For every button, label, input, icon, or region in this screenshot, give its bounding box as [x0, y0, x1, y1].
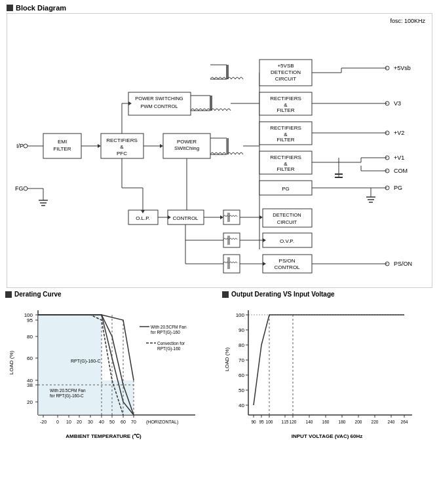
xlabel-60: 60: [121, 420, 126, 424]
fg-circle: [24, 187, 28, 190]
t5vsb-coil-r: [227, 77, 243, 79]
output-derating-header: Output Derating VS Input Voltage: [222, 291, 434, 298]
out-pson-label: PS/ON: [394, 261, 412, 267]
arrow-emi-rect: [98, 144, 101, 148]
rect-pfc-label1: RECTIFIERS: [106, 137, 138, 143]
ip-label: I/P: [16, 143, 24, 149]
xlabel--20: -20: [40, 420, 47, 424]
section-title: Block Diagram: [16, 4, 66, 12]
xlabel-30: 30: [88, 420, 93, 424]
derating-curve-svg: 100 95 80 60 40 38 20 LOAD (%) -20: [5, 300, 215, 451]
output-derating-container: Output Derating VS Input Voltage 100 90 …: [222, 291, 434, 451]
emi-filter-label2: FILTER: [54, 146, 71, 152]
xlabel-70: 70: [131, 420, 136, 424]
od-y-label: LOAD (%): [224, 347, 230, 371]
od-xlabel-120: 120: [290, 420, 297, 424]
ctrl-trans-1: [223, 210, 240, 225]
block-diagram-svg: I/P FG EMI FILTER RECTIFIERS & PFC POWER…: [7, 14, 427, 285]
ylabel-60: 60: [27, 355, 33, 361]
power-switching-label1: POWER: [177, 139, 197, 145]
od-xlabel-220: 220: [372, 420, 379, 424]
od-xlabel-200: 200: [355, 420, 362, 424]
ylabel-38: 38: [27, 382, 33, 388]
out-5vsb-label: +5Vsb: [394, 65, 411, 71]
rf1-label1: RECTIFIERS: [270, 96, 301, 101]
tpwm-coil-r: [211, 109, 231, 111]
arrow-pfc-psw: [160, 144, 163, 148]
rf3-label1: RECTIFIERS: [270, 154, 301, 160]
legend-label1: With 20.5CFM Fan: [151, 325, 187, 329]
rect-pfc-label2: &: [120, 144, 124, 150]
fg-label: FG: [15, 185, 24, 192]
ctrl-trans-2: [223, 233, 240, 247]
od-xlabel-180: 180: [339, 420, 346, 424]
legend-label4: Convection for: [157, 341, 185, 346]
ip-circle: [24, 144, 28, 148]
power-switching-label2: SWItChing: [174, 145, 199, 151]
pson-label1: PS/ON: [279, 258, 296, 264]
out-v1-label: +V1: [394, 154, 404, 161]
derating-icon: [5, 291, 12, 298]
derating-curve-container: Derating Curve 100 95 80: [5, 291, 217, 451]
output-derating-icon: [222, 291, 229, 298]
od-curve: [254, 315, 404, 405]
legend-label2: RPT(G)-160-C: [71, 359, 101, 364]
legend-label3b: for RPT(G)-160-C: [50, 393, 84, 399]
out-pg-label: PG: [394, 185, 402, 191]
ovp-label: O.V.P.: [280, 238, 294, 244]
od-xlabel-160: 160: [322, 420, 330, 424]
xlabel-50: 50: [109, 420, 115, 424]
od-ylabel-100: 100: [236, 312, 245, 318]
od-xlabel-264: 264: [401, 420, 408, 424]
derating-curve-header: Derating Curve: [5, 291, 217, 298]
od-xlabel-240: 240: [388, 420, 395, 424]
arrow-ct1-detect: [259, 215, 263, 219]
emi-filter-label1: EMI: [58, 139, 67, 145]
bottom-section: Derating Curve 100 95 80: [5, 291, 434, 451]
transformer-coil-right: [227, 153, 243, 154]
ylabel-80: 80: [27, 334, 33, 340]
rf3-label3: FILTER: [277, 166, 295, 172]
block-diagram: fosc: 100KHz I/P FG EMI FILTER RECTIFIER…: [7, 13, 432, 288]
od-xlabel-95: 95: [259, 420, 264, 424]
ylabel-20: 20: [27, 399, 33, 405]
5vsb-label3: CIRCUIT: [275, 76, 297, 82]
psw-pwm-label1: POWER SWITCHING: [135, 96, 183, 101]
od-ylabel-40: 40: [239, 403, 244, 408]
xlabel-horizontal: (HORIZONTAL): [146, 420, 178, 425]
section-header: Block Diagram: [0, 0, 439, 13]
derating-x-title: AMBIENT TEMPERATURE (℃): [66, 433, 142, 439]
od-xlabel-90: 90: [251, 420, 256, 424]
ctrl-trans-3: [223, 255, 240, 273]
output-derating-title: Output Derating VS Input Voltage: [231, 291, 335, 298]
od-xlabel-100: 100: [266, 420, 273, 424]
derating-y-label: LOAD (%): [9, 350, 14, 374]
legend-label3: With 20.5CFM Fan: [50, 388, 86, 393]
legend-label1b: for RPT(G)-160: [151, 330, 180, 335]
od-xlabel-115: 115: [282, 420, 289, 424]
xlabel-20: 20: [77, 420, 82, 424]
od-ylabel-80: 80: [239, 342, 244, 348]
psw-pwm-label2: PWM CONTROL: [140, 103, 178, 109]
od-ylabel-70: 70: [239, 357, 244, 363]
od-ylabel-90: 90: [239, 327, 244, 333]
pg-label: PG: [282, 186, 290, 192]
rf2-label3: FILTER: [277, 137, 295, 143]
od-x-title: INPUT VOLTAGE (VAC) 60Hz: [292, 433, 362, 439]
detect-label1: DETECTION: [273, 212, 301, 218]
olp-label: O.L.P.: [136, 215, 150, 221]
ylabel-95: 95: [27, 317, 33, 323]
xlabel-0: 0: [56, 420, 59, 424]
control-label: CONTROL: [172, 215, 199, 221]
pson-label2: CONTROL: [274, 264, 300, 270]
rf1-label3: FILTER: [277, 107, 295, 113]
5vsb-label1: +5VSB: [277, 63, 294, 69]
xlabel-10: 10: [66, 420, 71, 424]
rect-pfc-label3: PFC: [117, 151, 127, 156]
header-icon: [7, 5, 13, 11]
out-v2-label: +V2: [394, 130, 404, 136]
od-ylabel-60: 60: [239, 372, 244, 378]
xlabel-40: 40: [99, 420, 104, 424]
output-derating-svg: 100 90 80 70 60 50 40 LOAD (%) 90 95 100: [222, 300, 425, 451]
rf2-label1: RECTIFIERS: [270, 125, 301, 131]
